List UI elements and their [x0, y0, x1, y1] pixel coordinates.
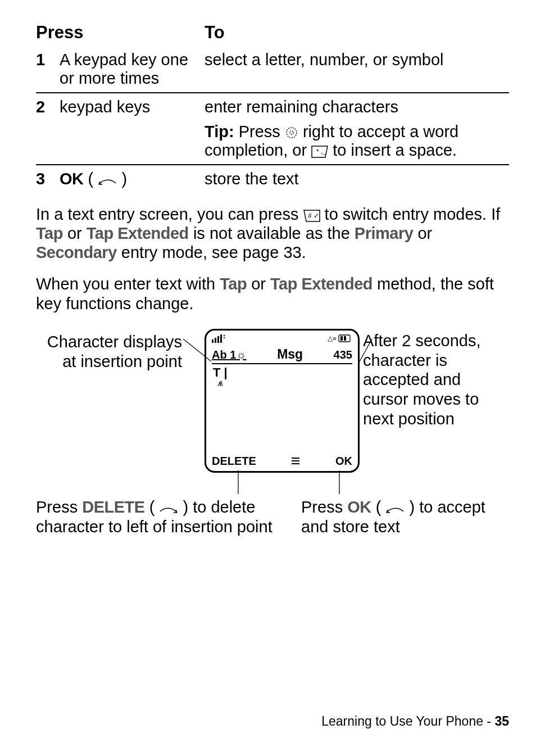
svg-point-8	[224, 335, 225, 336]
screen-title: Msg	[277, 347, 303, 362]
softkey-left[interactable]: DELETE	[212, 455, 256, 468]
svg-rect-12	[340, 336, 343, 341]
to-cell: select a letter, number, or symbol	[205, 46, 509, 93]
step-number: 2	[36, 98, 55, 116]
entered-text: T |	[213, 365, 228, 380]
caret-indicator: ⁄ ı \	[219, 380, 221, 388]
text-area[interactable]: T | ⁄ ı \	[212, 363, 352, 437]
char-count: 435	[334, 348, 352, 361]
menu-icon[interactable]	[292, 458, 299, 464]
svg-rect-4	[212, 339, 214, 343]
svg-rect-5	[215, 338, 216, 343]
step-number: 3	[36, 170, 55, 188]
right-softkey-icon	[385, 505, 405, 515]
left-softkey-icon	[159, 505, 178, 515]
page-footer: Learning to Use Your Phone - 35	[36, 714, 509, 729]
softkey-right[interactable]: OK	[335, 455, 352, 468]
svg-text:# ✓: # ✓	[308, 212, 319, 220]
svg-point-9	[224, 337, 225, 338]
battery-icon: △»	[328, 334, 352, 346]
phone-screen: △» Ab 1☼ Msg 435 T | ⁄ ı \ DELETE	[205, 329, 360, 473]
col-header-to: To	[205, 20, 509, 46]
paragraph-softkeys-change: When you enter text with Tap or Tap Exte…	[36, 274, 509, 313]
paragraph-switch-modes: In a text entry screen, you can press # …	[36, 205, 509, 262]
svg-rect-13	[344, 336, 346, 341]
nav-ring-icon	[285, 126, 298, 139]
svg-point-1	[290, 130, 293, 134]
svg-point-0	[287, 128, 297, 138]
to-cell: store the text	[205, 165, 509, 193]
table-row: 3 OK ( ) store the text	[36, 165, 509, 193]
footer-label: Learning to Use Your Phone -	[321, 714, 494, 728]
tip-line: Tip: Press right to accept a word comple…	[205, 123, 506, 160]
table-row: 1 A keypad key one or more times select …	[36, 46, 509, 93]
asterisk-key-icon: * ◡	[311, 146, 328, 158]
step-number: 1	[36, 51, 55, 69]
signal-icon	[212, 334, 226, 346]
ok-label: OK	[60, 170, 84, 188]
callout-left: Character displays at insertion point	[36, 332, 182, 372]
illustration: Character displays at insertion point Af…	[36, 329, 509, 554]
to-cell: enter remaining characters	[205, 98, 506, 116]
table-row: 2 keypad keys enter remaining characters…	[36, 93, 509, 165]
svg-text:△»: △»	[328, 334, 337, 342]
caption-delete: Press DELETE ( ) to delete character to …	[36, 497, 278, 537]
svg-rect-6	[217, 336, 219, 343]
hash-key-icon: # ✓	[303, 210, 320, 222]
tip-label: Tip:	[205, 123, 234, 141]
page-number: 35	[494, 714, 509, 728]
right-softkey-icon	[98, 176, 117, 187]
col-header-press: Press	[36, 20, 205, 46]
entry-mode: Ab 1☼	[212, 348, 247, 361]
svg-text:* ◡: * ◡	[316, 148, 326, 156]
instruction-table: Press To 1 A keypad key one or more time…	[36, 20, 509, 193]
callout-right: After 2 seconds, character is accepted a…	[363, 331, 509, 429]
caption-ok: Press OK ( ) to accept and store text	[301, 497, 509, 537]
press-cell: A keypad key one or more times	[60, 51, 194, 88]
press-cell: OK ( )	[60, 170, 194, 188]
svg-rect-7	[220, 334, 222, 343]
press-cell: keypad keys	[60, 98, 194, 116]
